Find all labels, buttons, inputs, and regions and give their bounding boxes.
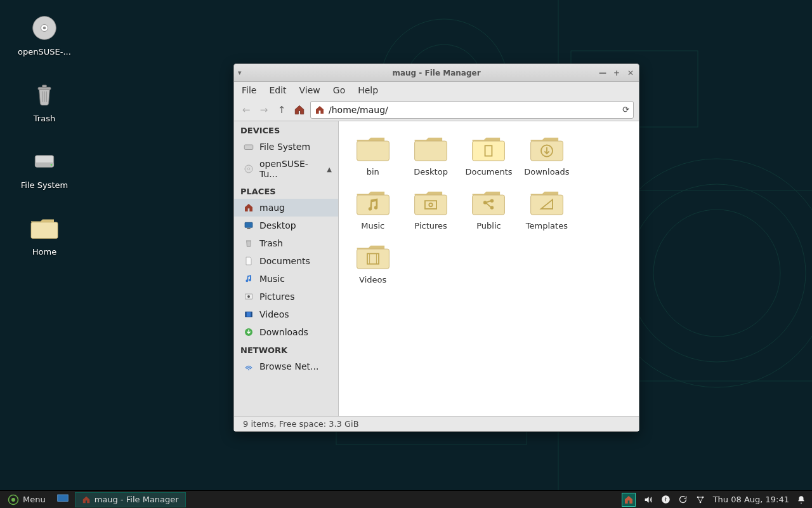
svg-rect-17 [246, 240, 251, 241]
desktop-icon-filesystem[interactable]: File System [6, 146, 82, 190]
file-item-public[interactable]: Public [460, 184, 518, 233]
titlebar[interactable]: ▾ maug - File Manager — + ✕ [234, 64, 639, 82]
file-label: Public [476, 221, 501, 231]
location-bar[interactable]: /home/maug/ ⟳ [310, 101, 634, 119]
sidebar-item-desktop[interactable]: Desktop [234, 217, 338, 234]
menu-edit[interactable]: Edit [269, 85, 286, 95]
svg-rect-30 [357, 195, 389, 215]
disc-icon [243, 163, 254, 175]
folder-videos-icon [355, 241, 391, 271]
svg-rect-15 [245, 222, 252, 227]
folder-icon [412, 133, 449, 163]
trash-icon [243, 237, 254, 249]
folder-music-icon [355, 187, 391, 217]
close-button[interactable]: ✕ [626, 69, 635, 77]
taskbar-tray-home[interactable] [622, 493, 636, 507]
sidebar-item-label: Videos [259, 309, 289, 319]
power-icon[interactable] [661, 495, 671, 504]
eject-icon[interactable]: ▲ [327, 166, 332, 173]
home-button[interactable] [292, 103, 306, 117]
svg-rect-21 [246, 312, 247, 317]
file-item-videos[interactable]: Videos [344, 238, 402, 287]
volume-icon[interactable] [643, 495, 653, 505]
menu-file[interactable]: File [242, 85, 256, 95]
file-manager-window: ▾ maug - File Manager — + ✕ File Edit Vi… [233, 64, 639, 432]
file-item-templates[interactable]: Templates [518, 184, 575, 233]
svg-rect-27 [473, 141, 505, 161]
file-label: bin [367, 167, 379, 177]
sidebar-item-documents[interactable]: Documents [234, 252, 338, 270]
sidebar-item-label: Music [259, 274, 285, 284]
reload-button[interactable]: ⟳ [622, 105, 629, 114]
file-item-bin[interactable]: bin [344, 130, 402, 179]
pictures-icon [243, 291, 254, 302]
desktop-icon-trash[interactable]: Trash [6, 79, 82, 123]
svg-point-2 [43, 27, 46, 30]
taskbar-clock[interactable]: Thu 08 Aug, 19:41 [713, 495, 789, 504]
sidebar-item-music[interactable]: Music [234, 270, 338, 288]
taskbar-task-label: maug - File Manager [95, 495, 179, 504]
desktop-icon-disc[interactable]: openSUSE-... [6, 13, 82, 57]
up-button[interactable]: ↑ [275, 103, 289, 117]
file-item-pictures[interactable]: Pictures [402, 184, 459, 233]
sidebar: DEVICES File System openSUSE-Tu... ▲ PLA… [234, 121, 339, 416]
update-icon[interactable] [678, 495, 688, 504]
desktop-icon-label: openSUSE-... [6, 47, 82, 57]
forward-button[interactable]: → [257, 103, 271, 117]
file-view[interactable]: bin Desktop Documents Downloads [339, 121, 639, 416]
desktop-icon-label: Home [6, 247, 82, 257]
minimize-button[interactable]: — [598, 69, 607, 77]
menu-go[interactable]: Go [333, 85, 345, 95]
window-title: maug - File Manager [392, 69, 480, 77]
network-tray-icon[interactable] [695, 495, 705, 505]
menu-help[interactable]: Help [358, 85, 378, 95]
sidebar-item-videos[interactable]: Videos [234, 305, 338, 323]
sidebar-head-devices: DEVICES [234, 121, 338, 138]
network-icon [243, 361, 254, 372]
file-item-documents[interactable]: Documents [460, 130, 518, 179]
desktop-icon-label: Trash [6, 114, 82, 123]
taskbar-menu-label: Menu [23, 495, 46, 504]
svg-rect-3 [38, 87, 51, 90]
document-icon [243, 255, 254, 267]
back-button[interactable]: ← [239, 103, 253, 117]
svg-rect-16 [247, 228, 250, 229]
file-label: Documents [465, 167, 512, 177]
file-item-downloads[interactable]: Downloads [518, 130, 575, 179]
home-icon [243, 202, 254, 213]
sidebar-item-downloads[interactable]: Downloads [234, 323, 338, 341]
notifications-icon[interactable] [797, 495, 806, 504]
sidebar-item-trash[interactable]: Trash [234, 234, 338, 252]
status-bar: 9 items, Free space: 3.3 GiB [234, 416, 639, 431]
sidebar-head-places: PLACES [234, 182, 338, 199]
sidebar-item-label: Pictures [259, 291, 294, 302]
file-item-desktop[interactable]: Desktop [402, 130, 459, 179]
svg-rect-47 [57, 495, 68, 502]
menu-view[interactable]: View [299, 85, 320, 95]
sidebar-item-network[interactable]: Browse Net... [234, 358, 338, 375]
folder-pictures-icon [412, 187, 449, 217]
svg-rect-26 [415, 141, 447, 161]
folder-documents-icon [470, 133, 507, 163]
folder-templates-icon [528, 187, 565, 217]
folder-downloads-icon [528, 133, 565, 163]
music-icon [243, 273, 254, 284]
sidebar-item-home[interactable]: maug [234, 199, 338, 217]
taskbar-show-desktop[interactable] [53, 494, 72, 505]
folder-icon [29, 213, 60, 243]
desktop-icon-home[interactable]: Home [6, 213, 82, 257]
file-label: Templates [526, 221, 568, 231]
sidebar-item-filesystem[interactable]: File System [234, 138, 338, 156]
file-label: Music [361, 221, 384, 231]
svg-rect-41 [357, 249, 389, 269]
sidebar-item-disc[interactable]: openSUSE-Tu... ▲ [234, 156, 338, 182]
taskbar-task-filemanager[interactable]: maug - File Manager [75, 492, 186, 507]
maximize-button[interactable]: + [612, 69, 621, 77]
status-text: 9 items, Free space: 3.3 GiB [243, 419, 359, 429]
svg-rect-31 [415, 195, 447, 215]
svg-point-46 [11, 498, 15, 502]
taskbar-menu-button[interactable]: Menu [3, 491, 51, 509]
file-item-music[interactable]: Music [344, 184, 402, 233]
sidebar-item-pictures[interactable]: Pictures [234, 288, 338, 305]
window-menu-icon[interactable]: ▾ [238, 69, 242, 77]
